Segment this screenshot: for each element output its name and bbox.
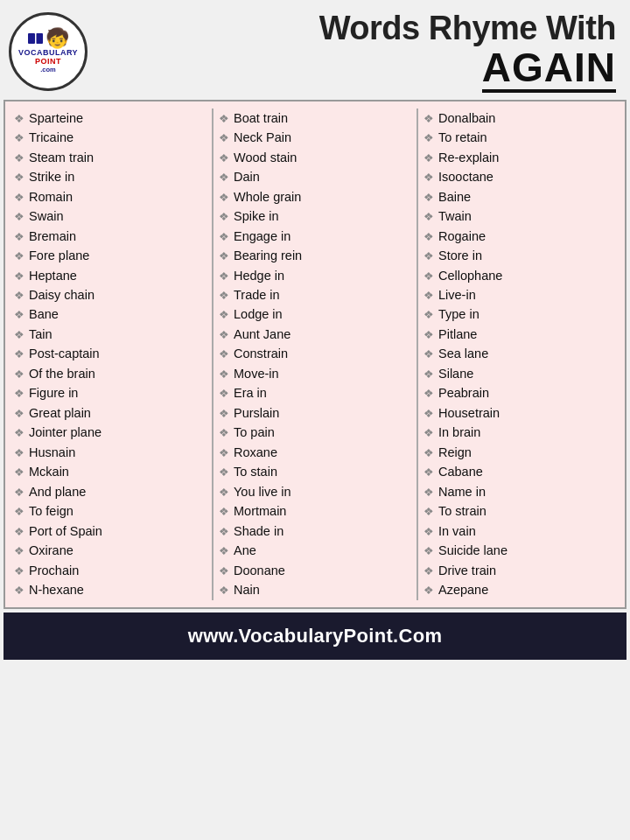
word-label: Isooctane [438,167,494,186]
list-item: ❖Name in [424,482,616,501]
word-label: Cellophane [438,266,502,285]
list-item: ❖Type in [424,304,616,324]
diamond-icon: ❖ [14,484,24,501]
diamond-icon: ❖ [424,130,434,147]
word-list-container: ❖Sparteine❖Tricaine❖Steam train❖Strike i… [4,100,626,609]
diamond-icon: ❖ [219,405,229,423]
list-item: ❖Reign [424,443,616,462]
list-item: ❖Donalbain [424,108,616,128]
diamond-icon: ❖ [14,405,24,423]
diamond-icon: ❖ [424,523,434,541]
list-item: ❖To retain [424,128,616,147]
list-item: ❖Cellophane [424,266,616,285]
diamond-icon: ❖ [424,542,434,560]
diamond-icon: ❖ [219,542,229,560]
word-label: Post-captain [29,344,100,363]
word-label: Bremain [29,227,76,246]
diamond-icon: ❖ [14,110,24,128]
diamond-icon: ❖ [424,326,434,344]
list-item: ❖Mckain [14,462,206,481]
diamond-icon: ❖ [424,169,434,186]
list-item: ❖Wood stain [219,148,411,167]
list-item: ❖Rogaine [424,227,616,246]
logo-mascot: 🧒 [46,29,69,48]
diamond-icon: ❖ [424,484,434,501]
list-item: ❖Move-in [219,364,411,383]
word-label: Fore plane [29,246,89,265]
diamond-icon: ❖ [219,346,229,363]
list-item: ❖Romain [14,187,206,206]
list-item: ❖Strike in [14,167,206,186]
list-item: ❖Baine [424,187,616,206]
word-label: Drive train [438,561,496,580]
list-item: ❖N-hexane [14,580,206,599]
word-label: Mortmain [234,501,286,521]
word-label: Peabrain [438,383,489,402]
diamond-icon: ❖ [14,208,24,226]
diamond-icon: ❖ [424,268,434,285]
list-item: ❖Azepane [424,580,616,599]
list-item: ❖Pitlane [424,325,616,344]
list-item: ❖In vain [424,522,616,541]
diamond-icon: ❖ [14,150,24,167]
diamond-icon: ❖ [14,444,24,462]
logo-com-text: .com [40,66,56,74]
diamond-icon: ❖ [219,110,229,128]
list-item: ❖Silane [424,364,616,383]
list-item: ❖Drive train [424,561,616,580]
word-label: Romain [29,187,73,206]
list-item: ❖Oxirane [14,541,206,560]
list-item: ❖Great plain [14,403,206,423]
list-item: ❖Spike in [219,206,411,226]
word-label: Bearing rein [234,246,302,265]
list-item: ❖Tain [14,325,206,344]
list-item: ❖Re-explain [424,148,616,167]
word-label: Donalbain [438,108,495,128]
diamond-icon: ❖ [14,563,24,580]
diamond-icon: ❖ [424,405,434,423]
diamond-icon: ❖ [424,444,434,462]
word-label: Swain [29,206,64,226]
word-label: Ane [234,541,256,560]
word-label: Azepane [438,580,488,599]
title-word: AGAIN [482,47,616,93]
list-item: ❖Bremain [14,227,206,246]
list-item: ❖Of the brain [14,364,206,383]
page-title: Words Rhyme With AGAIN [98,10,616,93]
list-item: ❖Sparteine [14,108,206,128]
diamond-icon: ❖ [424,424,434,442]
diamond-icon: ❖ [219,326,229,344]
diamond-icon: ❖ [14,169,24,186]
diamond-icon: ❖ [14,306,24,324]
word-label: Figure in [29,383,78,402]
diamond-icon: ❖ [219,366,229,383]
diamond-icon: ❖ [219,563,229,580]
word-label: Pitlane [438,325,477,344]
word-label: Live-in [438,285,476,304]
word-label: Spike in [234,206,279,226]
diamond-icon: ❖ [219,189,229,206]
diamond-icon: ❖ [219,444,229,462]
list-item: ❖Daisy chain [14,285,206,304]
word-label: Bane [29,304,59,324]
list-item: ❖Husnain [14,443,206,462]
diamond-icon: ❖ [14,268,24,285]
diamond-icon: ❖ [424,248,434,265]
list-item: ❖You live in [219,482,411,501]
word-label: In brain [438,423,480,442]
diamond-icon: ❖ [219,248,229,265]
diamond-icon: ❖ [14,385,24,402]
diamond-icon: ❖ [14,189,24,206]
list-item: ❖Sea lane [424,344,616,363]
diamond-icon: ❖ [14,503,24,521]
word-label: To pain [234,423,275,442]
diamond-icon: ❖ [424,563,434,580]
list-item: ❖In brain [424,423,616,442]
list-item: ❖Post-captain [14,344,206,363]
word-label: In vain [438,522,476,541]
word-label: Move-in [234,364,279,383]
word-label: Nain [234,580,260,599]
diamond-icon: ❖ [14,326,24,344]
word-label: Store in [438,246,482,265]
column-3: ❖Donalbain❖To retain❖Re-explain❖Isooctan… [418,108,621,600]
